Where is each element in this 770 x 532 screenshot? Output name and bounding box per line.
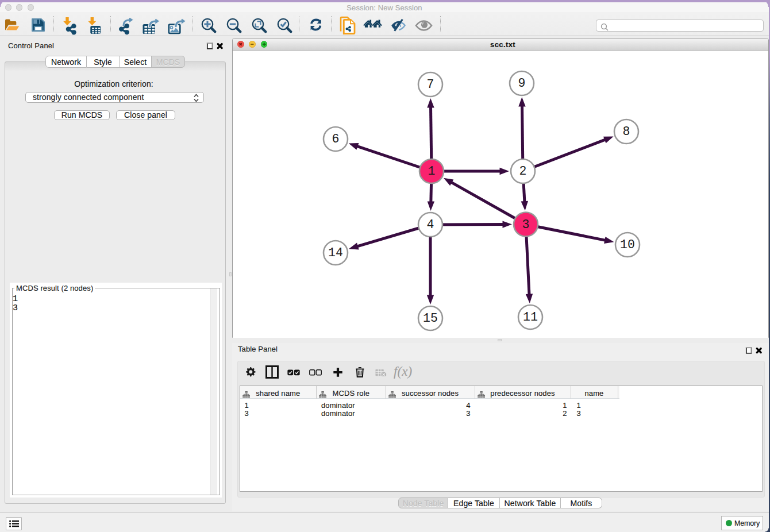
svg-text:15: 15	[423, 311, 438, 325]
svg-text:11: 11	[523, 310, 538, 324]
svg-text:1: 1	[428, 164, 435, 178]
svg-text:2: 2	[519, 164, 526, 178]
svg-text:14: 14	[328, 246, 343, 260]
svg-text:9: 9	[518, 76, 525, 90]
svg-text:8: 8	[622, 125, 630, 138]
svg-text:7: 7	[426, 78, 434, 91]
svg-text:6: 6	[332, 132, 339, 146]
svg-text:4: 4	[426, 218, 434, 232]
svg-text:10: 10	[620, 238, 635, 252]
svg-text:3: 3	[522, 218, 529, 232]
